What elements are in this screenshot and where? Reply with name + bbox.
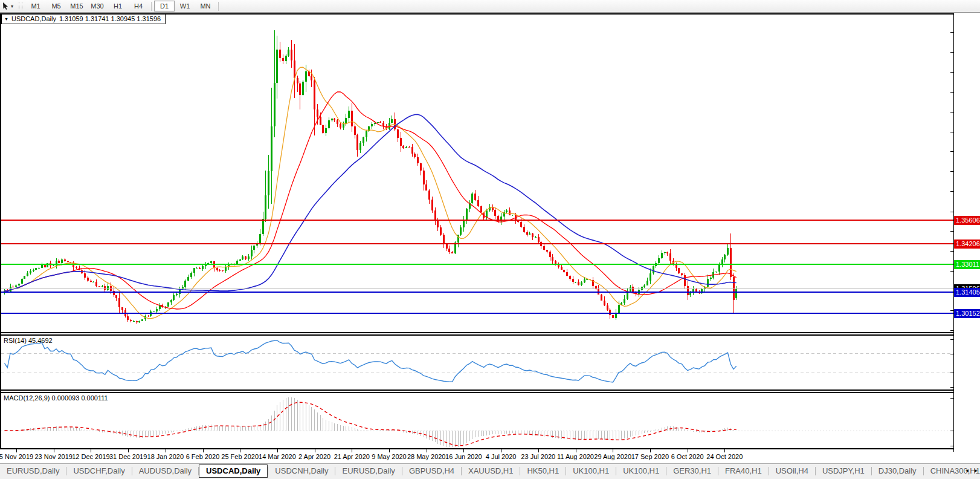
- chart-tab-uk100-h1[interactable]: UK100,H1: [566, 464, 616, 477]
- chart-tab-ger30-h1[interactable]: GER30,H1: [666, 464, 718, 477]
- date-label: 6 Feb 2020: [186, 453, 220, 460]
- date-label: 11 Aug 2020: [557, 453, 594, 460]
- chart-tab-fra40-h1[interactable]: FRA40,H1: [718, 464, 769, 477]
- date-tick: [91, 449, 91, 452]
- date-label: 23 Jul 2020: [521, 453, 555, 460]
- chart-tab-eurusd-daily[interactable]: EURUSD,Daily: [335, 464, 401, 477]
- macd-label: MACD(12,26,9) 0.000093 0.000111: [4, 394, 108, 402]
- toolbar-separator: [151, 2, 152, 11]
- rsi-plot: [5, 341, 737, 382]
- chart-tab-gbpusd-h4[interactable]: GBPUSD,H4: [402, 464, 461, 477]
- chart-title-ohlc: 1.31059 1.31741 1.30945 1.31596: [59, 15, 161, 24]
- rsi-line: [5, 341, 737, 382]
- chart-tab-usdcnh-daily[interactable]: USDCNH,Daily: [268, 464, 335, 477]
- date-label: 4 Jul 2020: [486, 453, 517, 460]
- date-tick: [389, 449, 390, 452]
- chart-window[interactable]: ▼ USDCAD,Daily 1.31059 1.31741 1.30945 1…: [0, 13, 980, 463]
- date-tick: [501, 449, 501, 452]
- chart-tab-hk50-h1[interactable]: HK50,H1: [520, 464, 566, 477]
- date-tick: [688, 449, 688, 452]
- ma-medium-line: [5, 92, 737, 309]
- price-axis-separator: [953, 13, 954, 452]
- candlesticks: [4, 30, 737, 324]
- date-label: 2 Apr 2020: [298, 453, 330, 460]
- hline-price-flag: 1.30152: [954, 309, 980, 318]
- period-button-m30[interactable]: M30: [87, 1, 108, 11]
- chart-tab-xauusd-h1[interactable]: XAUUSD,H1: [462, 464, 520, 477]
- tabs-scroll-right-icon[interactable]: ▸: [975, 467, 978, 474]
- date-tick: [54, 449, 54, 452]
- ma-fast-line: [5, 67, 737, 318]
- hline-price-flag: 1.35606: [954, 216, 980, 225]
- date-label: 5 Nov 2019: [0, 453, 33, 460]
- date-label: 31 Dec 2019: [109, 453, 147, 460]
- date-tick: [16, 449, 17, 452]
- date-tick: [240, 449, 240, 452]
- macd-signal-line: [5, 402, 737, 446]
- rsi-label: RSI(14) 45.4692: [4, 337, 53, 344]
- date-tick: [576, 449, 576, 452]
- macd-signal: [5, 402, 737, 446]
- chart-title-box[interactable]: ▼ USDCAD,Daily 1.31059 1.31741 1.30945 1…: [1, 14, 166, 24]
- rsi-separator[interactable]: [0, 332, 953, 333]
- chart-tab-dj30-daily[interactable]: DJ30,Daily: [872, 464, 923, 477]
- date-label: 29 Aug 2020: [594, 453, 631, 460]
- date-label: 9 May 2020: [372, 453, 406, 460]
- toolbar-drag-handle[interactable]: [19, 2, 22, 10]
- hline-price-flag: 1.34206: [954, 240, 980, 249]
- date-label: 16 Jun 2020: [445, 453, 482, 460]
- date-tick: [613, 449, 613, 452]
- period-button-h4[interactable]: H4: [128, 1, 149, 11]
- date-tick: [128, 449, 129, 452]
- period-button-m15[interactable]: M15: [66, 1, 87, 11]
- ma-medium: [5, 92, 737, 309]
- macd-histogram: [4, 397, 737, 447]
- ma-fast: [5, 67, 737, 318]
- chart-tab-usdjpy-h1[interactable]: USDJPY,H1: [816, 464, 871, 477]
- chart-tabs-bar: EURUSD,DailyUSDCHF,DailyAUDUSD,DailyUSDC…: [0, 463, 980, 479]
- chart-tab-usdcad-daily[interactable]: USDCAD,Daily: [199, 464, 268, 478]
- date-label: 17 Sep 2020: [631, 453, 669, 460]
- date-tick: [427, 449, 427, 452]
- date-tick: [538, 449, 539, 452]
- date-tick: [463, 449, 464, 452]
- chart-tab-eurusd-daily[interactable]: EURUSD,Daily: [0, 464, 66, 477]
- date-tick: [277, 449, 278, 452]
- date-label: 23 Nov 2019: [34, 453, 72, 460]
- chart-tab-audusd-daily[interactable]: AUDUSD,Daily: [132, 464, 198, 477]
- timeframes-toolbar: ▾ M1M5M15M30H1H4D1W1MN: [0, 0, 980, 13]
- date-label: 25 Feb 2020: [221, 453, 259, 460]
- period-button-m1[interactable]: M1: [25, 1, 46, 11]
- period-button-h1[interactable]: H1: [108, 1, 128, 11]
- price-chart-canvas[interactable]: [0, 13, 980, 479]
- date-tick: [315, 449, 315, 452]
- macd-separator-2: [0, 392, 953, 393]
- rsi-separator-2: [0, 334, 953, 336]
- date-label: 14 Mar 2020: [259, 453, 296, 460]
- chart-left-border: [0, 13, 1, 449]
- date-tick: [352, 449, 352, 452]
- date-tick: [203, 449, 204, 452]
- period-button-w1[interactable]: W1: [175, 1, 195, 11]
- macd-separator[interactable]: [0, 389, 953, 391]
- period-button-d1[interactable]: D1: [154, 1, 175, 11]
- date-tick: [166, 449, 166, 452]
- date-label: 28 May 2020: [407, 453, 446, 460]
- chart-tab-usoil-h4[interactable]: USOil,H4: [769, 464, 815, 477]
- period-button-mn[interactable]: MN: [195, 1, 216, 11]
- hline-price-flag: 1.33011: [954, 260, 980, 269]
- mt4-terminal: ▾ M1M5M15M30H1H4D1W1MN ▼ USDCAD,Daily 1.…: [0, 0, 980, 479]
- date-label: 12 Dec 2019: [72, 453, 109, 460]
- date-label: 18 Jan 2020: [147, 453, 184, 460]
- chart-tab-usdchf-daily[interactable]: USDCHF,Daily: [66, 464, 131, 477]
- date-tick: [650, 449, 651, 452]
- cursor-tool-dropdown-icon[interactable]: ▾: [11, 4, 13, 9]
- toolbar-separator: [218, 2, 219, 11]
- hline-price-flag: 1.31405: [954, 288, 980, 297]
- period-button-m5[interactable]: M5: [46, 1, 66, 11]
- chart-tab-uk100-h1[interactable]: UK100,H1: [616, 464, 666, 477]
- cursor-tool-icon[interactable]: [2, 2, 9, 10]
- date-label: 24 Oct 2020: [706, 453, 743, 460]
- tabs-scroll-left-icon[interactable]: ◂: [965, 467, 969, 474]
- chart-title-caret-icon[interactable]: ▼: [4, 15, 8, 24]
